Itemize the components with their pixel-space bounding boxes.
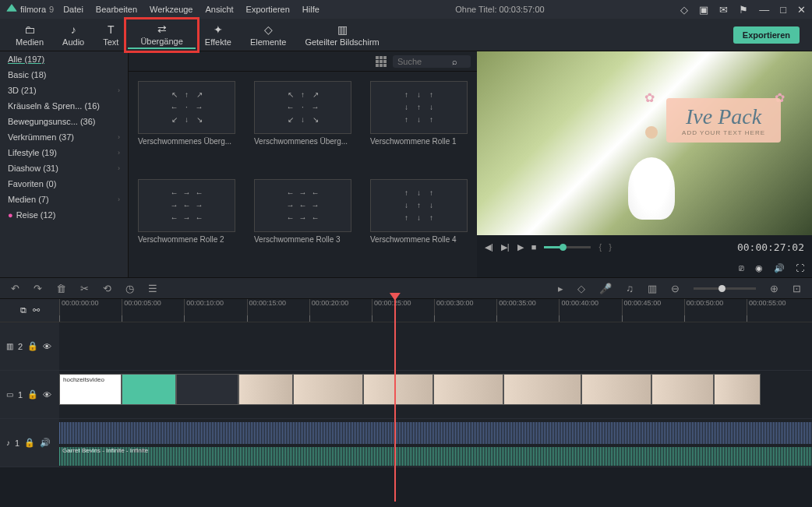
mail-icon[interactable]: ✉ bbox=[719, 4, 728, 16]
app-name: filmora bbox=[20, 5, 46, 14]
layers-icon: ⧉ bbox=[20, 305, 26, 315]
sidebar-item-alle[interactable]: Alle (197) bbox=[0, 51, 128, 67]
settings-button[interactable]: ☰ bbox=[148, 283, 157, 294]
preview-video[interactable]: Ive Pack ADD YOUR TEXT HERE bbox=[477, 51, 812, 235]
category-sidebar: Alle (197) Basic (18) 3D (21)› Kräuseln … bbox=[0, 51, 129, 277]
transition-thumb[interactable]: ↖↑↗←·→↙↓↘Verschwommenes Überg... bbox=[254, 81, 351, 170]
main-menu: Datei Bearbeiten Werkzeuge Ansicht Expor… bbox=[63, 5, 320, 14]
menu-datei[interactable]: Datei bbox=[63, 5, 83, 14]
history-button[interactable]: ◷ bbox=[125, 283, 134, 294]
volume-slider[interactable] bbox=[544, 246, 591, 248]
zoom-in-button[interactable]: ⊕ bbox=[770, 283, 778, 294]
transition-thumb[interactable]: ↑↓↑↓↑↓↑↓↑Verschwommene Rolle 1 bbox=[370, 81, 468, 170]
minimize-button[interactable]: — bbox=[759, 4, 769, 16]
video-track[interactable]: hochzeitsvideo bbox=[59, 371, 812, 418]
tab-effekte[interactable]: ✦Effekte bbox=[196, 22, 241, 48]
fx-track-label[interactable]: ▥ 2 🔒👁 bbox=[0, 322, 59, 370]
undo-button[interactable]: ↶ bbox=[11, 283, 19, 294]
prev-frame-button[interactable]: ◀| bbox=[485, 242, 493, 252]
thumb-label: Verschwommene Rolle 2 bbox=[138, 235, 235, 244]
revert-button[interactable]: ⟲ bbox=[103, 283, 111, 294]
mic-button[interactable]: 🎤 bbox=[599, 283, 612, 294]
search-box[interactable]: ⌕ bbox=[393, 55, 471, 68]
tab-elemente[interactable]: ◇Elemente bbox=[241, 22, 295, 48]
delete-button[interactable]: 🗑 bbox=[56, 283, 66, 294]
redo-button[interactable]: ↷ bbox=[34, 283, 42, 294]
audio-track-label[interactable]: ♪ 1 🔒🔊 bbox=[0, 419, 59, 467]
lock-icon[interactable]: 🔒 bbox=[27, 389, 38, 400]
fx-track[interactable] bbox=[59, 322, 812, 370]
tab-medien[interactable]: 🗀Medien bbox=[6, 22, 53, 48]
cut-button[interactable]: ✂ bbox=[80, 283, 89, 294]
transition-icon: ⇄ bbox=[156, 23, 168, 35]
export-button[interactable]: Exportieren bbox=[733, 26, 800, 44]
audio-button[interactable]: ♫ bbox=[626, 283, 634, 294]
thumb-label: Verschwommene Rolle 3 bbox=[254, 235, 351, 244]
fullscreen-icon[interactable]: ⛶ bbox=[796, 263, 804, 273]
marker-button[interactable]: ◇ bbox=[577, 283, 585, 294]
menu-ansicht[interactable]: Ansicht bbox=[205, 5, 233, 14]
search-input[interactable] bbox=[397, 57, 452, 66]
notification-icon[interactable]: ▣ bbox=[699, 4, 708, 16]
app-logo: filmora9 bbox=[6, 4, 54, 15]
preview-panel: Ive Pack ADD YOUR TEXT HERE ◀| ▶| ▶ ■ { … bbox=[477, 51, 812, 277]
sidebar-item-basic[interactable]: Basic (18) bbox=[0, 67, 128, 83]
close-button[interactable]: ✕ bbox=[797, 4, 806, 16]
video-track-label[interactable]: ▭ 1 🔒👁 bbox=[0, 371, 59, 418]
step-back-button[interactable]: ▶| bbox=[501, 242, 510, 252]
thumb-label: Verschwommenes Überg... bbox=[254, 137, 351, 146]
elements-icon: ◇ bbox=[262, 23, 274, 36]
speaker-icon[interactable]: 🔊 bbox=[40, 438, 51, 448]
maximize-button[interactable]: □ bbox=[780, 4, 786, 16]
text-icon: T bbox=[104, 23, 117, 36]
transition-thumb[interactable]: ←→←→←→←→←Verschwommene Rolle 3 bbox=[254, 179, 351, 268]
sidebar-item-medien[interactable]: Medien (7)› bbox=[0, 192, 128, 207]
user-icon[interactable]: ◇ bbox=[680, 4, 688, 16]
thumb-label: Verschwommenes Überg... bbox=[138, 137, 235, 146]
ruler-tick: 00:00:30:00 bbox=[434, 299, 474, 322]
grid-view-icon[interactable] bbox=[376, 56, 387, 67]
tab-audio[interactable]: ♪Audio bbox=[53, 22, 94, 48]
zoom-slider[interactable] bbox=[694, 287, 756, 290]
stop-button[interactable]: ■ bbox=[531, 242, 537, 252]
tab-split[interactable]: ▥Geteilter Bildschirm bbox=[295, 22, 388, 48]
transition-thumb[interactable]: ←→←→←→←→←Verschwommene Rolle 2 bbox=[138, 179, 235, 268]
tab-uebergaenge[interactable]: ⇄Übergänge bbox=[128, 21, 195, 49]
tab-text[interactable]: TText bbox=[94, 22, 128, 48]
zoom-fit-button[interactable]: ⊡ bbox=[793, 283, 801, 294]
main-area: Alle (197) Basic (18) 3D (21)› Kräuseln … bbox=[0, 51, 812, 277]
zoom-out-button[interactable]: ⊖ bbox=[671, 283, 680, 294]
ruler-tick: 00:00:10:00 bbox=[184, 299, 224, 322]
quality-icon[interactable]: ⎚ bbox=[739, 263, 744, 273]
sidebar-item-diashow[interactable]: Diashow (31)› bbox=[0, 160, 128, 176]
mixer-button[interactable]: ▥ bbox=[648, 283, 657, 294]
timeline-ruler[interactable]: 00:00:00:0000:00:05:0000:00:10:0000:00:1… bbox=[59, 299, 812, 322]
speaker-icon[interactable]: 🔊 bbox=[774, 263, 785, 273]
sidebar-item-reise[interactable]: ●Reise (12) bbox=[0, 207, 128, 223]
sidebar-item-bewegung[interactable]: Bewegungsunsc... (36) bbox=[0, 114, 128, 129]
sidebar-item-lifestyle[interactable]: Lifestyle (19)› bbox=[0, 145, 128, 160]
render-button[interactable]: ▸ bbox=[558, 283, 563, 294]
sidebar-item-verkruemmen[interactable]: Verkrümmen (37)› bbox=[0, 129, 128, 145]
flag-icon[interactable]: ⚑ bbox=[739, 4, 748, 16]
snapshot-icon[interactable]: ◉ bbox=[755, 263, 763, 273]
lock-icon[interactable]: 🔒 bbox=[27, 341, 38, 351]
sidebar-item-3d[interactable]: 3D (21)› bbox=[0, 83, 128, 98]
eye-icon[interactable]: 👁 bbox=[43, 342, 51, 351]
sidebar-item-kraeuseln[interactable]: Kräuseln & Spren... (16) bbox=[0, 98, 128, 114]
eye-icon[interactable]: 👁 bbox=[43, 390, 51, 400]
audio-track[interactable]: Garret Bevins - Infinite - Infinite bbox=[59, 419, 812, 467]
transition-thumb[interactable]: ↑↓↑↓↑↓↑↓↑Verschwommene Rolle 4 bbox=[370, 179, 468, 268]
menu-bearbeiten[interactable]: Bearbeiten bbox=[96, 5, 137, 14]
ruler-tick: 00:00:00:00 bbox=[59, 299, 99, 322]
playhead[interactable] bbox=[394, 299, 396, 502]
lock-icon[interactable]: 🔒 bbox=[24, 438, 35, 448]
play-button[interactable]: ▶ bbox=[517, 242, 524, 252]
sidebar-item-favoriten[interactable]: Favoriten (0) bbox=[0, 176, 128, 192]
timeline-options[interactable]: ⧉⚯ bbox=[0, 299, 59, 322]
logo-icon bbox=[6, 4, 17, 15]
transition-thumb[interactable]: ↖↑↗←·→↙↓↘Verschwommenes Überg... bbox=[138, 81, 235, 170]
menu-werkzeuge[interactable]: Werkzeuge bbox=[150, 5, 192, 14]
menu-hilfe[interactable]: Hilfe bbox=[302, 5, 320, 14]
menu-exportieren[interactable]: Exportieren bbox=[246, 5, 290, 14]
